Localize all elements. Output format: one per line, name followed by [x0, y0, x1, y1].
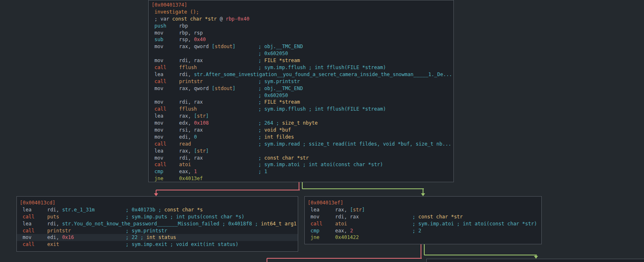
asm-token: 0: [194, 134, 197, 140]
asm-line[interactable]: callatoi; sym.imp.atoi ; int atoi(const …: [305, 220, 541, 227]
asm-token: 0x4018f8: [228, 221, 252, 227]
asm-token: read: [179, 141, 191, 147]
asm-line[interactable]: movrdi, rax; FILE *stream: [149, 57, 453, 64]
asm-line[interactable]: movrdi, rax; FILE *stream: [149, 99, 453, 106]
asm-mnemonic: cmp: [310, 227, 335, 234]
asm-line[interactable]: movrax, qword [stdout]; obj.__TMC_END: [149, 85, 453, 92]
asm-token: rax, qword: [179, 44, 212, 49]
asm-token: call: [23, 214, 34, 220]
basic-block-0x004013ef[interactable]: [0x004013ef]learax, [str]movrdi, rax; co…: [304, 196, 542, 244]
disassembly-graph-canvas[interactable]: [0x00401374]investigate ();; var const c…: [0, 0, 644, 262]
asm-line[interactable]: callatoi; sym.imp.atoi ; int atoi(const …: [149, 161, 453, 168]
asm-token: ; 1: [258, 169, 267, 174]
asm-token: call: [154, 106, 166, 112]
asm-token: rsi, rax: [179, 127, 203, 133]
asm-mnemonic: push: [154, 23, 179, 30]
asm-line[interactable]: movrax, qword [stdout]; obj.__TMC_END: [149, 43, 453, 50]
asm-line[interactable]: leardi, str.You_do_not_know_the_password…: [17, 220, 298, 227]
block-header-address: [0x004013ef]: [305, 199, 541, 206]
asm-token: 0x108: [194, 120, 209, 126]
asm-comment: ; sym.imp.fflush ; int fflush(FILE *stre…: [258, 106, 386, 113]
asm-token: const char *str: [418, 214, 462, 220]
asm-mnemonic: call: [23, 241, 47, 248]
asm-line[interactable]: callprintstr; sym.printstr: [17, 227, 298, 234]
asm-token: str.e_1_31m: [62, 207, 94, 213]
basic-block-0x004013cd[interactable]: [0x004013cd]leardi, str.e_1_31m; 0x40173…: [16, 196, 298, 252]
asm-line-selected[interactable]: movedi, 0x16; 22 ; int status: [17, 234, 298, 241]
asm-token: rsp,: [179, 37, 194, 42]
asm-line[interactable]: callputs; sym.imp.puts ; int puts(const …: [17, 213, 298, 220]
asm-token: rbp: [179, 23, 188, 29]
asm-line[interactable]: leardi, str.After_some_investigation__yo…: [149, 71, 453, 78]
asm-token: ;: [258, 58, 264, 63]
edge-true-0x004013ef-to-partial-block: [424, 244, 425, 255]
asm-token: mov: [310, 214, 320, 220]
asm-line[interactable]: learax, [str]: [149, 148, 453, 155]
asm-line[interactable]: cmpeax, 2; 2: [305, 227, 541, 234]
asm-line[interactable]: movedi, 0; int fildes: [149, 134, 453, 141]
asm-token: 0x40: [194, 37, 206, 42]
asm-token: ;: [258, 155, 264, 161]
asm-token: ;: [258, 127, 264, 133]
asm-token: ; sym.imp.exit ; void exit(int status): [126, 241, 239, 247]
asm-mnemonic: cmp: [154, 168, 179, 175]
asm-line[interactable]: learax, [str]: [305, 206, 541, 213]
basic-block-0x00401374[interactable]: [0x00401374]investigate ();; var const c…: [148, 0, 454, 182]
asm-line[interactable]: callprintstr; sym.printstr: [149, 78, 453, 85]
asm-token: mov: [154, 58, 163, 63]
asm-token: ; sym.imp.atoi ; int atoi(const char *st…: [258, 162, 383, 167]
asm-token: ;: [412, 214, 418, 220]
asm-line[interactable]: ; 0x602050: [149, 92, 453, 99]
asm-token: eax,: [179, 169, 194, 174]
asm-line[interactable]: ; var const char *str @ rbp-0x40: [149, 16, 453, 23]
asm-token: eax,: [335, 228, 350, 234]
asm-token: cmp: [154, 169, 163, 174]
asm-line[interactable]: pushrbp: [149, 23, 453, 30]
asm-line[interactable]: movedx, 0x108; 264 ; size_t nbyte: [149, 120, 453, 127]
edge-arrowhead-icon: [534, 256, 538, 259]
asm-token: puts: [47, 214, 59, 220]
asm-comment: ; sym.imp.read ; ssize_t read(int fildes…: [258, 141, 451, 148]
edge-false-0x00401374-to-0x004013cd: [156, 190, 300, 190]
asm-line[interactable]: callfflush; sym.imp.fflush ; int fflush(…: [149, 106, 453, 113]
asm-line[interactable]: movrdi, rax; const char *str: [305, 213, 541, 220]
asm-comment: ; FILE *stream: [258, 99, 300, 106]
asm-mnemonic: call: [154, 106, 179, 113]
asm-mnemonic: mov: [310, 213, 335, 220]
asm-token: printstr: [179, 79, 203, 84]
asm-line[interactable]: jne0x4013ef: [149, 175, 453, 182]
asm-line[interactable]: cmpeax, 1; 1: [149, 168, 453, 175]
asm-token: fflush: [179, 106, 197, 112]
asm-line[interactable]: leardi, str.e_1_31m; 0x40173b ; const ch…: [17, 206, 298, 213]
asm-token: rbp-0x40: [225, 16, 249, 22]
asm-line[interactable]: learax, [str]: [149, 113, 453, 120]
asm-line[interactable]: movrsi, rax; void *buf: [149, 127, 453, 134]
asm-comment: ; sym.imp.puts ; int puts(const char *s): [126, 213, 244, 220]
asm-line[interactable]: callexit; sym.imp.exit ; void exit(int s…: [17, 241, 298, 248]
asm-token: str.After_some_investigation__you_found_…: [194, 72, 452, 77]
asm-mnemonic: jne: [310, 234, 335, 241]
asm-token: lea: [310, 207, 320, 213]
asm-token: rdi, rax: [335, 214, 359, 220]
basic-block-partial-bottom-right[interactable]: [426, 259, 644, 262]
edge-arrowhead-icon: [154, 193, 158, 196]
asm-line[interactable]: jne0x401422: [305, 234, 541, 241]
asm-comment: ; 1: [258, 168, 267, 175]
asm-line[interactable]: callread; sym.imp.read ; ssize_t read(in…: [149, 141, 453, 148]
asm-line[interactable]: investigate ();: [149, 9, 453, 16]
asm-mnemonic: mov: [154, 155, 179, 162]
asm-token: rdi,: [47, 221, 62, 227]
asm-token: ; 264 ;: [258, 120, 282, 126]
asm-token: 1: [194, 169, 197, 174]
asm-token: rbp, rsp: [179, 30, 203, 36]
asm-token: 0x4013ef: [179, 176, 203, 181]
asm-line[interactable]: ; 0x602050: [149, 50, 453, 57]
asm-token: ]: [232, 44, 235, 49]
asm-token: int fildes: [264, 134, 294, 140]
asm-line[interactable]: movrdi, rax; const char *str: [149, 155, 453, 162]
asm-line[interactable]: subrsp, 0x40: [149, 36, 453, 43]
asm-mnemonic: call: [154, 141, 179, 148]
asm-line[interactable]: callfflush; sym.imp.fflush ; int fflush(…: [149, 64, 453, 71]
asm-line[interactable]: movrbp, rsp: [149, 30, 453, 37]
asm-token: rax, qword: [179, 86, 212, 91]
